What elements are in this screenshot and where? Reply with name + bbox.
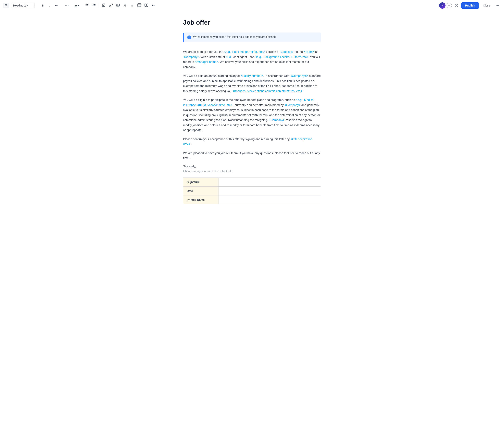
placeholder-company-3[interactable]: <Company> <box>284 103 301 107</box>
placeholder-bonuses[interactable]: <Bonuses, stock options commission struc… <box>232 89 303 93</box>
p2-text-1: You will be paid an annual starting sala… <box>183 74 241 78</box>
toolbar-divider-3 <box>72 3 72 8</box>
svg-point-1 <box>86 4 86 5</box>
p3-text-2: , currently and hereafter maintained by <box>233 103 284 107</box>
info-message: We recommend you export this letter as a… <box>193 35 276 39</box>
toolbar-right: CK + Publish Close ••• <box>439 2 501 9</box>
table-row-signature: Signature <box>183 178 321 186</box>
chevron-down-icon: ▾ <box>27 4 28 7</box>
svg-text:2.: 2. <box>93 5 94 6</box>
paragraph-2: You will be paid an annual starting sala… <box>183 73 321 93</box>
table-value-date[interactable] <box>219 186 321 195</box>
link-icon <box>109 3 113 8</box>
ellipsis-icon: ••• <box>55 4 59 7</box>
content-area: Job offer i We recommend you export this… <box>179 11 325 220</box>
table-label-signature: Signature <box>183 178 219 186</box>
heading-selector[interactable]: Heading 2 ▾ <box>11 3 35 8</box>
p4-text-2: . <box>191 142 191 146</box>
task-icon <box>102 3 106 8</box>
more-formatting-button[interactable]: ••• <box>54 2 60 9</box>
svg-rect-4 <box>87 6 88 6</box>
paragraph-4: Please confirm your acceptance of this o… <box>183 137 321 147</box>
p2-text-2: , in accordance with <box>263 74 290 78</box>
add-collaborator-button[interactable]: + <box>446 3 452 8</box>
heading-selector-label: Heading 2 <box>13 4 26 7</box>
page-title: Job offer <box>183 19 321 26</box>
placeholder-salary[interactable]: <Salary number> <box>241 74 263 78</box>
align-button[interactable]: ≡ ▾ <box>63 2 70 9</box>
link-button[interactable] <box>108 2 114 9</box>
emoji-button[interactable]: ☺ <box>129 2 135 9</box>
numbered-list-button[interactable]: 1.2. <box>91 2 97 9</box>
at-icon: @ <box>123 4 126 7</box>
paragraph-5: We are pleased to have you join our team… <box>183 150 321 160</box>
placeholder-company-2[interactable]: <Company's> <box>290 74 308 78</box>
toolbar: Heading 2 ▾ B I ••• ≡ ▾ A ▾ 1.2. <box>0 0 504 11</box>
table-label-printed-name: Printed Name <box>183 195 219 204</box>
svg-rect-8 <box>94 6 96 6</box>
font-color-button[interactable]: A ▾ <box>73 2 80 9</box>
toolbar-divider-1 <box>38 3 38 8</box>
table-label-date: Date <box>183 186 219 195</box>
placeholder-job-title[interactable]: <Job title> <box>280 50 294 53</box>
numbered-list-icon: 1.2. <box>92 3 96 8</box>
mention-button[interactable]: @ <box>122 2 128 9</box>
image-button[interactable] <box>115 2 121 9</box>
placeholder-start-date[interactable]: </ /> <box>226 55 232 59</box>
p1-text-6: , contingent upon <box>232 55 255 59</box>
placeholder-team[interactable]: <Team> <box>304 50 314 53</box>
toolbar-divider-2 <box>62 3 62 8</box>
task-button[interactable] <box>101 2 107 9</box>
p3-text-1: You will be eligible to participate in t… <box>183 98 296 101</box>
p1-text-1: We are excited to offer you the <box>183 50 224 53</box>
close-button[interactable]: Close <box>481 2 492 9</box>
placeholder-company-1[interactable]: <Company> <box>183 55 199 59</box>
more-dots-icon: ••• <box>495 3 499 7</box>
columns-button[interactable] <box>143 2 149 9</box>
table-value-printed-name[interactable] <box>219 195 321 204</box>
table-value-signature[interactable] <box>219 178 321 186</box>
avatar-group: CK + <box>439 2 452 9</box>
placeholder-employment-type[interactable]: <e.g., Full-time, part-time, etc.> <box>224 50 265 53</box>
align-chevron-icon: ▾ <box>68 4 68 7</box>
image-icon <box>116 3 120 8</box>
emoji-icon: ☺ <box>130 4 134 7</box>
svg-rect-17 <box>146 4 148 7</box>
insert-button[interactable]: + ▾ <box>150 2 157 9</box>
plus-icon: + <box>152 4 154 7</box>
publish-button[interactable]: Publish <box>461 2 479 9</box>
paragraph-1: We are excited to offer you the <e.g., F… <box>183 49 321 69</box>
bold-button[interactable]: B <box>39 2 46 9</box>
p4-text-1: Please confirm your acceptance of this o… <box>183 137 291 141</box>
svg-point-3 <box>86 6 86 6</box>
p1-text-5: , with a start date of <box>199 55 226 59</box>
bullet-list-icon <box>85 3 89 8</box>
placeholder-company-4[interactable]: <Company> <box>269 118 285 121</box>
table-icon <box>137 3 141 8</box>
placeholder-contingent[interactable]: <e.g., Background checks, I-9 form, etc> <box>255 55 308 59</box>
svg-rect-10 <box>116 4 119 6</box>
insert-chevron-icon: ▾ <box>154 4 155 7</box>
svg-rect-12 <box>138 4 141 7</box>
align-icon: ≡ <box>65 4 67 7</box>
bullet-list-button[interactable] <box>84 2 90 9</box>
columns-icon <box>145 3 148 8</box>
version-history-button[interactable] <box>453 2 460 9</box>
italic-button[interactable]: I <box>47 2 53 9</box>
svg-rect-16 <box>145 4 146 7</box>
svg-rect-9 <box>102 4 105 7</box>
svg-rect-6 <box>94 4 96 5</box>
signature-table: Signature Date Printed Name <box>183 178 321 204</box>
placeholder-manager[interactable]: <Manager name> <box>195 60 218 63</box>
toolbar-divider-4 <box>82 3 82 8</box>
table-button[interactable] <box>136 2 142 9</box>
p1-text-2: position of <box>265 50 280 53</box>
info-icon: i <box>187 35 191 40</box>
info-box: i We recommend you export this letter as… <box>183 32 321 42</box>
table-row-printed-name: Printed Name <box>183 195 321 204</box>
svg-rect-2 <box>87 4 88 5</box>
sincerely-text: Sincerely, <box>183 165 321 168</box>
avatar: CK <box>439 2 446 9</box>
table-row-date: Date <box>183 186 321 195</box>
more-options-button[interactable]: ••• <box>494 3 501 8</box>
